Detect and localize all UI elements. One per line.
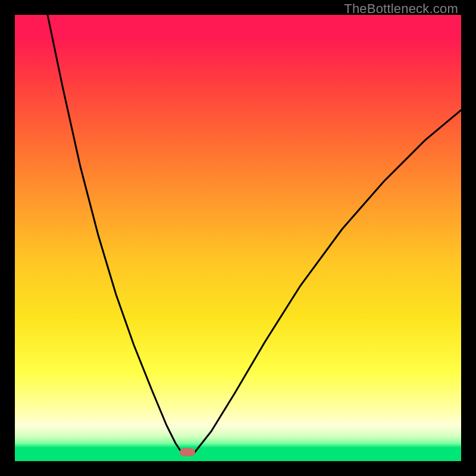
chart-frame: TheBottleneck.com	[0, 0, 476, 476]
plot-area	[15, 15, 461, 461]
gradient-background	[15, 15, 461, 461]
watermark-text: TheBottleneck.com	[344, 1, 458, 17]
